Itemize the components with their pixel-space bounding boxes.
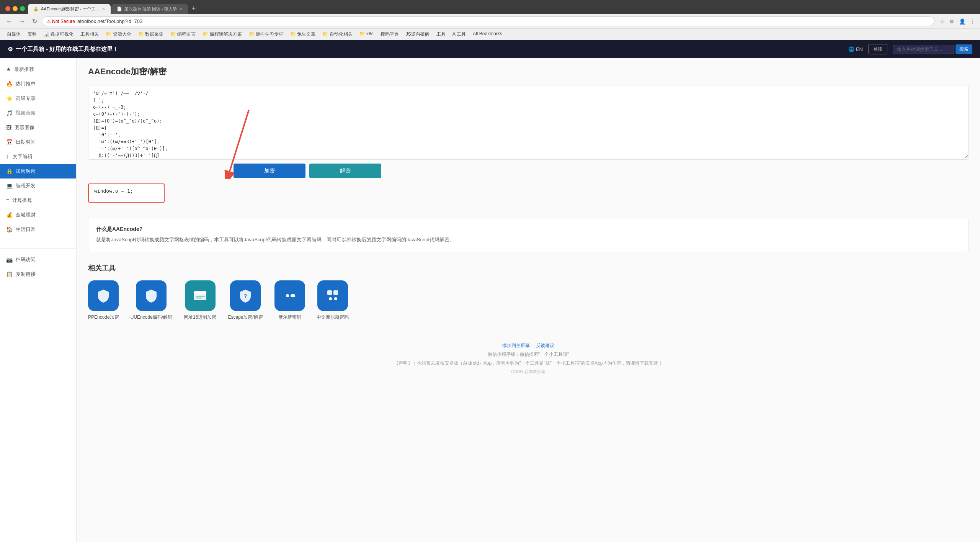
svg-rect-8 [291, 294, 295, 297]
sidebar-item-coding[interactable]: 💻 编程开发 [0, 178, 76, 193]
address-text: atoolbox.net/Tool.php?id=703 [77, 18, 929, 24]
sidebar-label-finance: 金融理财 [16, 211, 36, 218]
refresh-button[interactable]: ↻ [30, 17, 39, 26]
search-input[interactable] [893, 45, 954, 54]
sidebar-item-image[interactable]: 🖼 图形图像 [0, 120, 76, 135]
bookmark-allbookmarks[interactable]: All Bookmarks [470, 30, 505, 38]
bookmark-k8s[interactable]: 📁 k8s [356, 30, 377, 38]
tool-icon-escape: ? [230, 280, 261, 311]
sidebar-item-copy[interactable]: 📋 复制链接 [0, 267, 76, 282]
bookmark-resources[interactable]: 📁 资源大全 [103, 30, 134, 38]
browser-tab-inactive[interactable]: 📄 第六题 js 混淆 回调 - 猿人学 ✕ [111, 4, 188, 14]
sidebar-item-text[interactable]: T 文字编辑 [0, 149, 76, 164]
bookmark-tools[interactable]: 工具相关 [77, 30, 102, 38]
bookmark-reversing[interactable]: 📁 逆向学习专栏 [246, 30, 286, 38]
traffic-light-max[interactable] [20, 6, 25, 11]
footer-miniprogram: 微信小程序版：微信搜索"一个小工具箱" [96, 351, 961, 358]
logo-icon: ⚙ [8, 46, 13, 53]
forward-button[interactable]: → [17, 17, 28, 26]
tool-card-morse[interactable]: 摩尔斯密码 [274, 280, 305, 321]
svg-rect-5 [196, 298, 202, 298]
sidebar-item-premium[interactable]: ⭐ 高级专享 [0, 91, 76, 106]
footer-notice: 【声明】：本站暂未发布安卓版（Android）App，所有名称为"一个工具箱"或… [96, 360, 961, 367]
back-button[interactable]: ← [4, 17, 15, 26]
login-button[interactable]: 登陆 [868, 44, 887, 54]
extensions-icon[interactable]: ⚙ [949, 18, 955, 25]
shield-q-icon-escape: ? [238, 288, 253, 303]
bookmark-jsreverse[interactable]: JS逆向破解 [403, 30, 433, 38]
bookmark-rabbit[interactable]: 📁 兔生文章 [287, 30, 318, 38]
encode-input-area: 'ω'/='m') /—— /∇'·/ [_]; o=(--) =_=3; c=… [88, 85, 969, 160]
decode-button[interactable]: 解密 [309, 164, 381, 178]
footer-copyright: CSDN @网友分享 [96, 369, 961, 375]
sidebar-label-image: 图形图像 [15, 124, 34, 131]
bookmark-automation[interactable]: 📁 自动化相关 [319, 30, 355, 38]
output-area: window.o = 1; [88, 183, 969, 203]
new-tab-button[interactable]: + [189, 3, 199, 14]
bookmark-datacollect[interactable]: 📁 数据采集 [135, 30, 167, 38]
browser-tab-active[interactable]: 🔒 AAEncode加密/解密 - 一个工… ✕ [28, 4, 111, 14]
related-title: 相关工具 [88, 264, 969, 273]
bookmark-dataviz[interactable]: 📊 数据可视化 [41, 30, 77, 38]
sidebar-label-copy: 复制链接 [16, 271, 36, 278]
sidebar-item-calc[interactable]: = 计算换算 [0, 193, 76, 208]
sidebar-label-coding: 编程开发 [16, 182, 36, 189]
tool-card-escape[interactable]: ? Escape加密/解密 [228, 280, 263, 321]
bookmark-searchcode[interactable]: 搜码平台 [377, 30, 402, 38]
sidebar-label-qr: 扫码访问 [16, 256, 36, 263]
encode-button[interactable]: 加密 [234, 164, 305, 178]
tab-close-active[interactable]: ✕ [102, 7, 105, 11]
sidebar-label-popular: 热门推单 [16, 80, 36, 87]
tool-label-cn-morse: 中文摩尔斯密码 [317, 314, 349, 321]
encode-textarea[interactable]: 'ω'/='m') /—— /∇'·/ [_]; o=(--) =_=3; c=… [88, 85, 968, 158]
feedback-link[interactable]: 反馈建议 [536, 343, 554, 348]
sidebar-label-crypto: 加密解密 [16, 168, 36, 175]
bookmark-tools2[interactable]: 工具 [433, 30, 449, 38]
sidebar-item-crypto[interactable]: 🔒 加密解密 [0, 164, 76, 178]
svg-rect-4 [196, 296, 205, 296]
tool-card-hex[interactable]: 网址16进制加密 [184, 280, 216, 321]
tool-card-uuencode[interactable]: UUEncode编码/解码 [131, 280, 172, 321]
sidebar-item-datetime[interactable]: 📅 日期时间 [0, 135, 76, 149]
sidebar-item-recommend[interactable]: ★ 最新推荐 [0, 62, 76, 77]
sidebar-item-daily[interactable]: 🏠 生活日常 [0, 222, 76, 237]
tool-label-uuencode: UUEncode编码/解码 [131, 314, 172, 321]
lang-switch[interactable]: 🌐 EN [848, 46, 863, 52]
address-bar[interactable]: ⚠ Not Secure atoolbox.net/Tool.php?id=70… [42, 16, 934, 26]
add-screen-link[interactable]: 添加到主屏幕 [502, 343, 530, 348]
sidebar-item-popular[interactable]: 🔥 热门推单 [0, 77, 76, 91]
cn-dot-icon-cn-morse [325, 288, 340, 303]
bookmark-ziliao[interactable]: 资料 [24, 30, 40, 38]
tab-label-inactive: 第六题 js 混淆 回调 - 猿人学 [124, 6, 177, 12]
svg-rect-10 [333, 290, 338, 295]
premium-icon: ⭐ [6, 95, 13, 102]
sidebar-item-video[interactable]: 🎵 视频音频 [0, 106, 76, 120]
traffic-light-close[interactable] [5, 6, 10, 11]
tool-label-escape: Escape加密/解密 [228, 314, 263, 321]
menu-icon[interactable]: ⋮ [969, 18, 976, 25]
tool-card-ppencode[interactable]: PPEncode加密 [88, 280, 119, 321]
tab-close-inactive[interactable]: ✕ [179, 7, 183, 11]
profile-icon[interactable]: 👤 [958, 18, 966, 25]
tool-card-cn-morse[interactable]: 中文摩尔斯密码 [317, 280, 349, 321]
tool-label-hex: 网址16进制加密 [184, 314, 216, 321]
text-icon: T [6, 154, 10, 160]
traffic-light-min[interactable] [13, 6, 18, 11]
site-title: 一个工具箱 - 好用的在线工具都在这里！ [16, 46, 118, 53]
image-icon: 🖼 [6, 124, 11, 131]
shield-icon-ppencode [96, 288, 111, 303]
bookmark-aitools[interactable]: AI工具 [449, 30, 469, 38]
bookmark-proglang[interactable]: 📁 编程语言 [167, 30, 199, 38]
tool-icon-ppencode [88, 280, 119, 311]
search-button[interactable]: 搜索 [956, 44, 972, 54]
sidebar-item-qr[interactable]: 📷 扫码访问 [0, 252, 76, 267]
star-icon[interactable]: ☆ [939, 18, 946, 25]
sidebar-item-finance[interactable]: 💰 金融理财 [0, 208, 76, 222]
bookmark-solutions[interactable]: 📁 编程课解决方案 [199, 30, 245, 38]
bookmark-zimeiti[interactable]: 自媒体 [4, 30, 24, 38]
copy-icon: 📋 [6, 271, 13, 277]
info-title: 什么是AAEncode? [96, 226, 960, 233]
sidebar-label-datetime: 日期时间 [16, 139, 36, 146]
shield-icon-uuencode [144, 288, 159, 303]
not-secure-indicator: ⚠ Not Secure [47, 19, 75, 24]
